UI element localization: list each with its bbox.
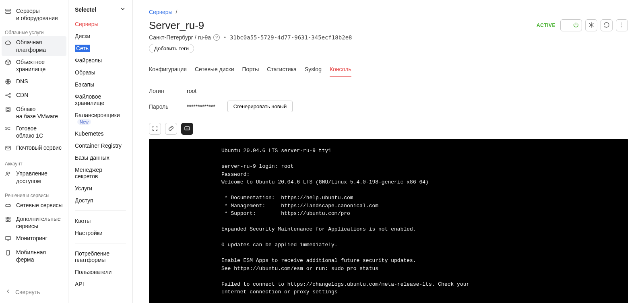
server-uuid: 31bc0a55-5729-4d77-9631-345ecf18b2e8 bbox=[230, 34, 352, 41]
sidebar-item-label: Готовое облако 1С bbox=[16, 125, 43, 139]
svg-point-20 bbox=[621, 26, 622, 27]
copy-link-button[interactable] bbox=[165, 123, 177, 135]
sidebar-primary: Серверы и оборудование Облачные услуги О… bbox=[0, 0, 68, 303]
svg-rect-1 bbox=[6, 12, 10, 13]
sidebar-item-dns[interactable]: DNS bbox=[0, 75, 68, 89]
svg-rect-13 bbox=[8, 217, 10, 219]
sidebar-item-monitoring[interactable]: Мониторинг bbox=[0, 232, 68, 246]
sidebar-item-label: Сетевые сервисы bbox=[16, 202, 63, 209]
ss-item-kubernetes[interactable]: Kubernetes bbox=[68, 128, 132, 140]
sidebar-item-access-control[interactable]: Управление доступом bbox=[0, 167, 68, 187]
sidebar-item-servers-hardware[interactable]: Серверы и оборудование bbox=[0, 5, 68, 24]
password-row: Пароль ************* Сгенерировать новый bbox=[149, 97, 628, 115]
ss-item-balancers[interactable]: Балансировщики New bbox=[68, 109, 132, 128]
refresh-button[interactable] bbox=[601, 19, 613, 31]
sidebar-item-label: Почтовый сервис bbox=[16, 144, 62, 151]
svg-rect-12 bbox=[6, 217, 8, 219]
layers-icon bbox=[5, 106, 12, 114]
ss-item-platform-consumption[interactable]: Потребление платформы bbox=[68, 247, 132, 266]
tab-configuration[interactable]: Конфигурация bbox=[149, 62, 187, 77]
mobile-icon bbox=[5, 249, 12, 258]
sidebar-item-vmware[interactable]: Облако на базе VMware bbox=[0, 103, 68, 122]
snowflake-button[interactable] bbox=[585, 19, 597, 31]
switch-icon bbox=[5, 202, 12, 210]
sidebar-item-label: Мониторинг bbox=[16, 235, 47, 242]
fullscreen-button[interactable] bbox=[149, 123, 161, 135]
terminal-console[interactable]: Ubuntu 20.04.6 LTS server-ru-9 tty1 serv… bbox=[149, 139, 628, 303]
ss-item-access[interactable]: Доступ bbox=[68, 194, 132, 206]
sidebar-item-network-services[interactable]: Сетевые сервисы bbox=[0, 199, 68, 213]
sidebar-item-object-storage[interactable]: Объектное хранилище bbox=[0, 56, 68, 75]
ss-item-file-storage[interactable]: Файловое хранилище bbox=[68, 91, 132, 109]
tab-network-disks[interactable]: Сетевые диски bbox=[195, 62, 234, 77]
help-icon[interactable]: ? bbox=[213, 34, 220, 41]
password-value: ************* bbox=[187, 103, 215, 110]
more-button[interactable] bbox=[616, 19, 628, 31]
sidebar-item-mobile-farm[interactable]: Мобильная ферма bbox=[0, 246, 68, 266]
sidebar-item-label: Мобильная ферма bbox=[16, 249, 63, 263]
sidebar-item-cdn[interactable]: CDN bbox=[0, 89, 68, 103]
ss-item-container-registry[interactable]: Container Registry bbox=[68, 140, 132, 152]
sidebar-item-label: Управление доступом bbox=[16, 170, 47, 184]
login-row: Логин root bbox=[149, 85, 628, 97]
mail-icon bbox=[5, 145, 12, 153]
link-icon bbox=[168, 125, 174, 133]
ss-item-servers[interactable]: Серверы bbox=[68, 18, 132, 30]
tab-statistics[interactable]: Статистика bbox=[267, 62, 297, 77]
ss-item-firewalls[interactable]: Файрволы bbox=[68, 54, 132, 66]
ss-item-databases[interactable]: Базы данных bbox=[68, 152, 132, 164]
ss-item-api[interactable]: API bbox=[68, 278, 132, 290]
ss-item-images[interactable]: Образы bbox=[68, 66, 132, 78]
add-tags-button[interactable]: Добавить теги bbox=[149, 44, 194, 53]
1c-icon: 1C bbox=[5, 126, 12, 131]
refresh-icon bbox=[603, 22, 610, 29]
project-name: Selectel bbox=[75, 6, 96, 13]
generate-password-button[interactable]: Сгенерировать новый bbox=[227, 101, 293, 112]
fullscreen-icon bbox=[152, 125, 158, 133]
svg-rect-15 bbox=[8, 220, 10, 221]
tab-console[interactable]: Консоль bbox=[330, 62, 351, 77]
arrow-left-icon bbox=[5, 288, 11, 296]
keyboard-icon bbox=[184, 125, 190, 133]
header-actions: ACTIVE bbox=[537, 19, 628, 31]
sidebar-item-label: CDN bbox=[16, 91, 28, 99]
tab-syslog[interactable]: Syslog bbox=[305, 62, 322, 77]
ss-item-secrets-manager[interactable]: Менеджер секретов bbox=[68, 164, 132, 182]
network-icon bbox=[5, 92, 12, 100]
sidebar-item-cloud-platform[interactable]: Облачная платформа bbox=[2, 36, 66, 56]
ss-item-backups[interactable]: Бэкапы bbox=[68, 78, 132, 91]
ss-item-network[interactable]: Сеть bbox=[68, 42, 132, 54]
login-value: root bbox=[187, 88, 196, 94]
ss-item-services[interactable]: Услуги bbox=[68, 182, 132, 194]
keyboard-button[interactable] bbox=[181, 123, 193, 135]
tab-ports[interactable]: Порты bbox=[242, 62, 259, 77]
svg-rect-11 bbox=[6, 205, 10, 206]
ss-item-disks[interactable]: Диски bbox=[68, 30, 132, 42]
secondary-sidebar-header[interactable]: Selectel bbox=[68, 6, 132, 18]
server-tabs: Конфигурация Сетевые диски Порты Статист… bbox=[149, 62, 628, 77]
breadcrumb: Серверы / bbox=[149, 9, 628, 15]
sidebar-item-mail[interactable]: Почтовый сервис bbox=[0, 142, 68, 155]
sidebar-item-1c-cloud[interactable]: 1C Готовое облако 1С bbox=[0, 122, 68, 142]
sidebar-collapse[interactable]: Свернуть bbox=[0, 284, 68, 300]
ss-item-quotas[interactable]: Квоты bbox=[68, 215, 132, 227]
sidebar-section-solutions: Решения и сервисы bbox=[0, 187, 68, 199]
server-subline: Санкт-Петербург / ru-9a ? • 31bc0a55-572… bbox=[149, 34, 352, 41]
breadcrumb-root[interactable]: Серверы bbox=[149, 9, 173, 15]
sidebar-section-account: Аккаунт bbox=[0, 155, 68, 167]
svg-point-3 bbox=[6, 95, 7, 96]
sidebar-item-label: DNS bbox=[16, 78, 28, 85]
cube-icon bbox=[5, 59, 12, 67]
sidebar-section-cloud: Облачные услуги bbox=[0, 24, 68, 36]
svg-rect-14 bbox=[6, 220, 8, 221]
sidebar-item-additional-services[interactable]: Дополнительные сервисы bbox=[0, 213, 68, 232]
ss-item-users[interactable]: Пользователи bbox=[68, 266, 132, 278]
status-badge: ACTIVE bbox=[537, 23, 555, 28]
power-toggle[interactable] bbox=[560, 19, 582, 31]
ss-item-settings[interactable]: Настройки bbox=[68, 227, 132, 239]
power-icon bbox=[573, 22, 579, 29]
sidebar-item-label: Облачная платформа bbox=[16, 39, 46, 53]
sidebar-secondary: Selectel Серверы Диски Сеть Файрволы Обр… bbox=[68, 0, 133, 303]
divider bbox=[75, 210, 126, 211]
server-location: Санкт-Петербург / ru-9a bbox=[149, 34, 211, 41]
